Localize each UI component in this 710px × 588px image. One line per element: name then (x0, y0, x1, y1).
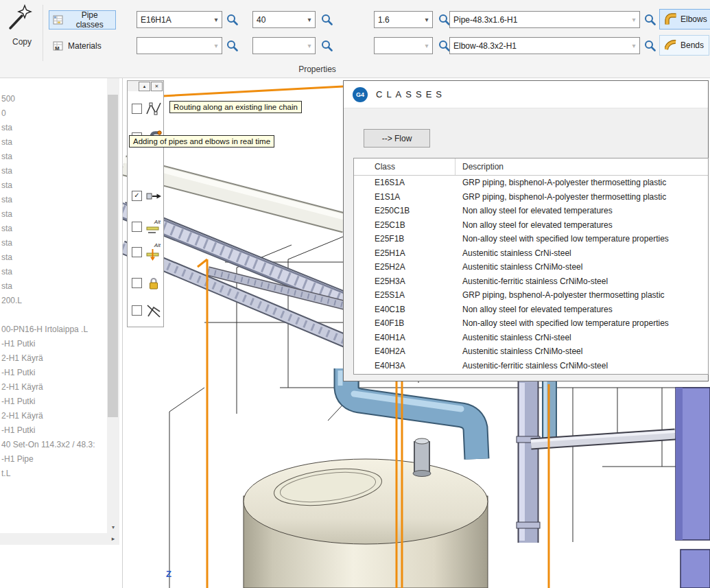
elbows-button[interactable]: Elbows (659, 9, 710, 30)
table-row[interactable]: E40H2A Austenitic stainless CrNiMo-steel (354, 344, 708, 359)
tooltip-routing: Routing along an existing line chain (169, 101, 302, 113)
list-item[interactable]: sta (0, 279, 107, 294)
vertical-scrollbar[interactable] (107, 78, 119, 533)
collapse-icon[interactable]: ▴ (139, 82, 150, 91)
table-row[interactable]: E40H1A Austenitic stainless CrNi-steel (354, 331, 708, 345)
direction-arrow-checkbox[interactable]: ✓ (132, 191, 142, 201)
scroll-right-icon[interactable]: ▸ (107, 533, 119, 545)
flow-button[interactable]: --> Flow (364, 129, 430, 148)
pipe-part-search-button[interactable] (642, 12, 657, 27)
elbow-part-search-button[interactable] (642, 38, 657, 53)
pressure-combo[interactable]: 1.6 ▾ (374, 11, 433, 28)
pipe-part-value: Pipe-48.3x1.6-H1 (450, 15, 628, 25)
size-search-button[interactable] (319, 12, 334, 27)
list-item[interactable]: 00-PN16-H Irtolaippa .L (0, 322, 107, 337)
purple-equipment[interactable] (676, 388, 710, 588)
routing-line-chain-checkbox[interactable] (132, 104, 142, 114)
routing-wand-icon[interactable] (5, 3, 33, 34)
description-cell: Non-alloy steel with specified low tempe… (455, 234, 669, 244)
list-item[interactable]: sta (0, 135, 107, 150)
elbow-part-combo[interactable]: Elbow-48.3x2-H1 ▾ (449, 37, 640, 54)
list-item[interactable]: sta (0, 236, 107, 250)
table-row[interactable]: E1S1A GRP piping, bisphenol-A-polyester … (354, 190, 708, 204)
scroll-down-icon[interactable]: ▾ (107, 521, 119, 533)
list-item[interactable]: sta (0, 207, 107, 222)
table-row[interactable]: E25S1A GRP piping, bsphenol-A-polyester … (354, 288, 708, 303)
list-item[interactable]: sta (0, 164, 107, 178)
tank[interactable] (244, 438, 488, 588)
list-item[interactable]: -H1 Putki (0, 395, 107, 409)
size-combo[interactable]: 40 ▾ (252, 11, 316, 28)
list-item[interactable]: 2-H1 Käyrä (0, 380, 107, 395)
bends-button[interactable]: Bends (659, 35, 709, 56)
list-item[interactable]: -H1 Putki (0, 366, 107, 380)
table-row[interactable]: E40H3A Austenitic-ferritic stainless CrN… (354, 359, 708, 373)
list-item[interactable]: t.L (0, 467, 107, 481)
list-item[interactable]: 2-H1 Käyrä (0, 351, 107, 366)
class-column-header[interactable]: Class (354, 158, 455, 175)
bend-icon (665, 39, 677, 51)
z-axis-label: Z (166, 569, 171, 579)
pipe-part-combo[interactable]: Pipe-48.3x1.6-H1 ▾ (449, 11, 640, 28)
chevron-down-icon[interactable]: ▾ (421, 42, 432, 49)
table-row[interactable]: E25F1B Non-alloy steel with specified lo… (354, 232, 708, 246)
list-item[interactable]: -H1 Putki (0, 337, 107, 351)
list-item[interactable]: -H1 Pipe (0, 452, 107, 467)
list-item[interactable]: sta (0, 265, 107, 279)
list-item[interactable] (0, 308, 107, 322)
lock-checkbox[interactable] (132, 278, 142, 288)
chevron-down-icon[interactable]: ▾ (304, 42, 315, 49)
chevron-down-icon[interactable]: ▾ (304, 16, 315, 23)
pipe-classes-button[interactable]: Pipe classes (49, 10, 116, 30)
application-window: Z Copy Pipe classes M (0, 0, 710, 588)
search-button[interactable] (224, 38, 239, 53)
description-column-header[interactable]: Description (455, 162, 504, 172)
list-item[interactable]: sta (0, 193, 107, 207)
classes-dialog: G4 CLASSES --> Flow Class Description E1… (343, 80, 709, 381)
dialog-title-bar[interactable]: G4 CLASSES (344, 81, 708, 108)
list-item[interactable]: sta (0, 150, 107, 164)
empty-combo-2[interactable]: ▾ (252, 37, 316, 54)
pipe-class-combo[interactable]: E16H1A ▾ (137, 11, 222, 28)
list-item[interactable]: 0 (0, 106, 107, 121)
alt-arrow-checkbox[interactable] (132, 247, 142, 257)
table-row[interactable]: E250C1B Non alloy steel for elevated tem… (354, 204, 708, 218)
blue-pipe[interactable] (340, 368, 477, 459)
chevron-down-icon[interactable]: ▾ (211, 16, 222, 23)
list-item[interactable]: 200.L (0, 294, 107, 308)
table-row[interactable]: E25H1A Austenitic stainless CrNi-steel (354, 246, 708, 261)
list-item[interactable]: sta (0, 250, 107, 265)
list-item[interactable]: 40 Set-On 114.3x2 / 48.3: (0, 438, 107, 452)
snap-off-checkbox[interactable] (132, 305, 142, 316)
lavender-riser-pipe[interactable] (517, 380, 540, 543)
scrollbar-thumb[interactable] (108, 95, 118, 417)
table-row[interactable]: E40C1B Non alloy steel for elevated temp… (354, 303, 708, 317)
alt-plate-checkbox[interactable] (132, 222, 142, 232)
palette-title-bar[interactable]: ▴ ✕ (128, 81, 163, 91)
list-item[interactable]: -H1 Putki (0, 423, 107, 438)
chevron-down-icon[interactable]: ▾ (421, 16, 432, 23)
horizontal-scrollbar[interactable] (0, 533, 107, 545)
table-row[interactable]: E25H3A Austenitic-ferritic stainless CrN… (354, 274, 708, 289)
chevron-down-icon[interactable]: ▾ (628, 42, 639, 49)
table-row[interactable]: E16S1A GRP piping, bisphenol-A-polyester… (354, 176, 708, 190)
empty-combo-3[interactable]: ▾ (374, 37, 433, 54)
list-item[interactable]: 2-H1 Käyrä (0, 409, 107, 423)
bends-label: Bends (681, 40, 704, 50)
empty-combo-1[interactable]: ▾ (137, 37, 222, 54)
list-item[interactable]: sta (0, 121, 107, 135)
list-item[interactable]: sta (0, 222, 107, 236)
pipe-class-search-button[interactable] (224, 12, 239, 27)
table-row[interactable]: E25C1B Non alloy steel for elevated temp… (354, 218, 708, 233)
table-row[interactable]: E25H2A Austenitic stainless CrNiMo-steel (354, 260, 708, 274)
table-row[interactable]: E40F1B Non-alloy steel with specified lo… (354, 316, 708, 331)
list-item[interactable]: sta (0, 178, 107, 193)
chevron-down-icon[interactable]: ▾ (628, 16, 639, 23)
materials-button[interactable]: M Materials (49, 36, 116, 56)
list-item[interactable]: 500 (0, 92, 107, 106)
chevron-down-icon[interactable]: ▾ (211, 42, 222, 49)
search-button[interactable] (319, 38, 334, 53)
search-icon (226, 14, 238, 25)
close-icon[interactable]: ✕ (151, 82, 163, 91)
description-cell: Non alloy steel for elevated temperature… (455, 220, 613, 230)
